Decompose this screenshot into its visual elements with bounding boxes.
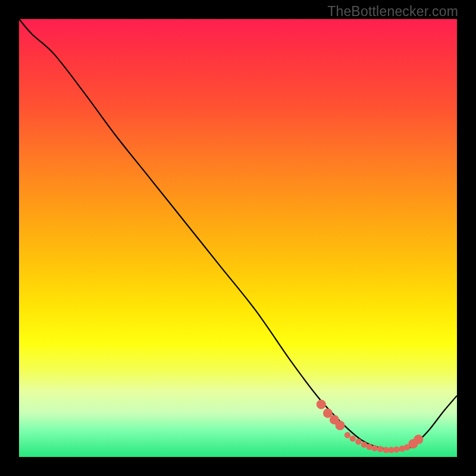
curve-marker (345, 432, 350, 438)
curve-marker (367, 444, 372, 450)
curve-marker (355, 439, 361, 444)
marker-group (317, 400, 423, 453)
curve-marker (377, 446, 383, 452)
plot-area (19, 19, 457, 457)
curve-marker (388, 447, 394, 453)
bottleneck-curve (19, 19, 457, 450)
curve-marker (404, 444, 410, 450)
chart-stage: TheBottlenecker.com (0, 0, 476, 476)
curve-marker (335, 421, 345, 430)
watermark-text: TheBottlenecker.com (327, 4, 458, 20)
curve-marker (371, 445, 377, 451)
curve-marker (414, 435, 423, 444)
curve-marker (393, 446, 399, 452)
curve-marker (350, 436, 356, 441)
curve-marker (317, 400, 326, 409)
curve-svg (19, 19, 457, 457)
